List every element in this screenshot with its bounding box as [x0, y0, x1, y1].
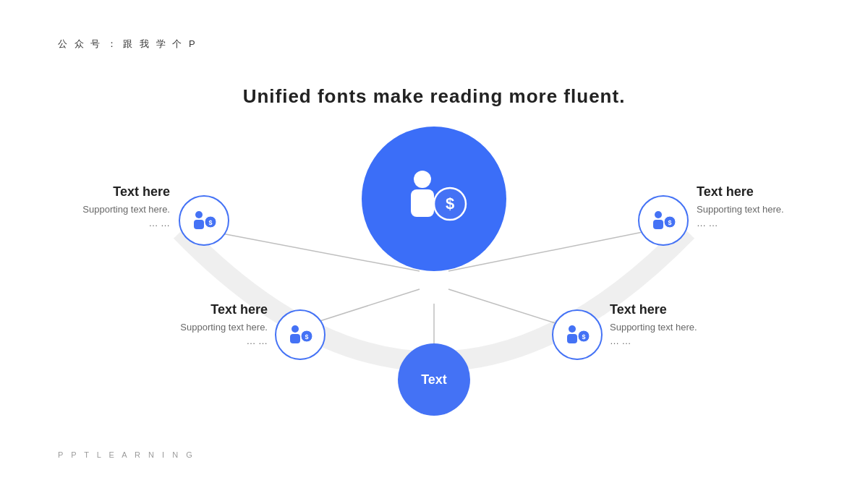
svg-rect-22 [290, 334, 300, 343]
svg-point-21 [292, 325, 299, 333]
svg-rect-32 [567, 334, 577, 343]
center-circle: $ [362, 127, 506, 271]
center-icon: $ [391, 166, 477, 231]
svg-text:$: $ [208, 219, 212, 226]
text-block-bottom-left: Text here Supporting text here. … … [156, 302, 268, 346]
node-icon-bottom-right: $ [552, 309, 603, 360]
node-icon-top-left: $ [179, 195, 229, 246]
svg-text:$: $ [582, 333, 585, 341]
node-icon-bottom-left: $ [275, 309, 326, 360]
svg-text:$: $ [668, 219, 671, 226]
svg-text:$: $ [446, 194, 454, 213]
svg-point-26 [655, 211, 662, 218]
svg-point-16 [195, 211, 203, 218]
svg-rect-27 [653, 220, 663, 229]
main-title: Unified fonts make reading more fluent. [0, 85, 868, 108]
svg-point-10 [414, 171, 431, 188]
bottom-text-circle: Text [398, 343, 470, 416]
text-block-top-left: Text here Supporting text here. … … [58, 184, 170, 228]
watermark-bottom: P P T L E A R N I N G [58, 450, 195, 459]
svg-text:$: $ [305, 333, 308, 341]
node-icon-top-right: $ [638, 195, 689, 246]
svg-rect-11 [411, 189, 434, 217]
watermark-top: 公 众 号 ： 跟 我 学 个 P [58, 38, 197, 51]
text-block-bottom-right: Text here Supporting text here. … … [610, 302, 729, 346]
svg-rect-17 [194, 220, 204, 229]
text-block-top-right: Text here Supporting text here. … … [697, 184, 809, 228]
svg-point-31 [569, 325, 576, 333]
